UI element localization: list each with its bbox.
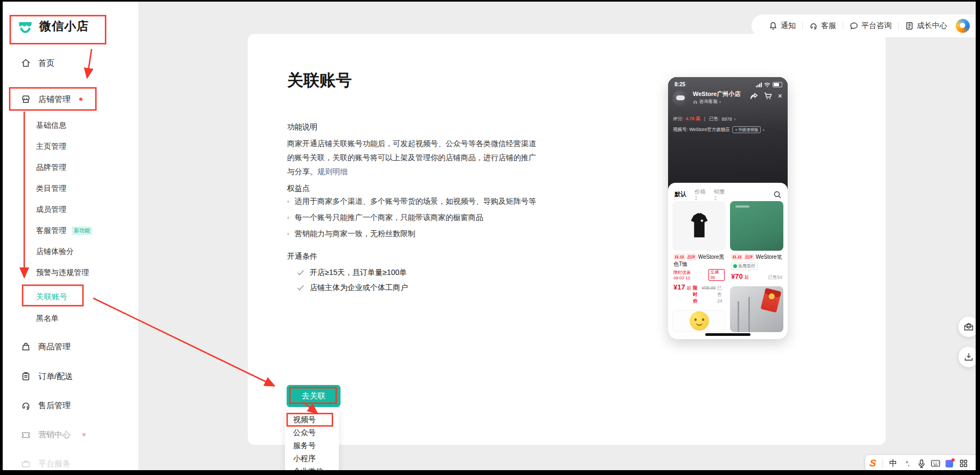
sidebar-item-category-mgmt[interactable]: 类目管理 [36, 182, 66, 195]
customer-service-button[interactable]: 客服 [803, 21, 843, 31]
sidebar-item-home[interactable]: 首页 [21, 56, 54, 71]
chevron-down-icon[interactable] [62, 432, 68, 437]
home-icon [21, 58, 31, 68]
toolbox-grid-icon[interactable] [956, 457, 970, 471]
share-icon[interactable] [750, 93, 758, 100]
link-account-dropdown: 视频号 公众号 服务号 小程序 企业微信 [285, 410, 339, 470]
sidebar-item-experience-score[interactable]: 店铺体验分 [36, 245, 74, 258]
phone-status-bar: 8:25 [675, 81, 782, 87]
sidebar-item-basic-info[interactable]: 基础信息 [36, 119, 66, 132]
tab-sales[interactable]: 销量 [714, 188, 725, 201]
sidebar-item-orders-delivery[interactable]: 订单/配送 [21, 369, 73, 384]
price-row: ¥17起 限时价 ¥98.00 已售24 [673, 283, 725, 305]
tab-default[interactable]: 默认 [675, 190, 686, 198]
bell-icon [769, 22, 777, 30]
sogou-logo-icon[interactable] [954, 17, 971, 35]
benefit-item: 每一个账号只能推广一个商家，只能带该商家的橱窗商品 [287, 213, 483, 223]
bag-icon [21, 342, 31, 352]
growth-center-button[interactable]: 成长中心 [899, 21, 954, 31]
flash-sale-row: 限时优惠 08:02:12 立减36 [673, 269, 725, 281]
notification-dot [82, 433, 86, 436]
wechat-pay-icon [733, 264, 737, 268]
section-title-conditions: 开通条件 [287, 252, 317, 261]
close-icon[interactable]: × [778, 92, 782, 100]
product-sheet: 默认 价格 销量 11.11品牌WeStore黑色T恤 [668, 183, 788, 339]
rules-detail-link[interactable]: 规则明细 [317, 167, 347, 176]
promo-badge: 11.11 [731, 253, 743, 260]
platform-consult-button[interactable]: 平台咨询 [843, 21, 898, 31]
sidebar-item-blacklist[interactable]: 黑名单 [36, 312, 59, 325]
notification-dot [79, 98, 82, 101]
section-title-features: 功能说明 [287, 122, 317, 132]
rating-value: 4.76 高 [685, 116, 700, 122]
product-title: 11.11品牌WeStore笔记本 [731, 253, 782, 260]
product-image-suitcase[interactable] [730, 286, 783, 332]
menu-item-official-account[interactable]: 公众号 [285, 426, 339, 439]
tab-price[interactable]: 价格 [694, 188, 706, 201]
store-avatar [672, 90, 689, 106]
benefit-item: 营销能力与商家一致，无粉丝数限制 [287, 229, 415, 239]
check-icon [297, 285, 304, 291]
keyboard-icon[interactable] [928, 457, 942, 471]
divider [882, 459, 883, 468]
product-image-tshirt [672, 201, 726, 251]
menu-item-wecom[interactable]: 企业微信 [285, 465, 339, 470]
chevron-up-icon[interactable] [59, 97, 65, 101]
download-button[interactable] [958, 347, 976, 367]
chevron-down-icon[interactable] [47, 403, 53, 408]
sidebar-item-homepage-mgmt[interactable]: 主页管理 [36, 140, 66, 153]
clock: 8:25 [675, 81, 685, 87]
shop-icon [21, 94, 31, 104]
sold-value: 8978 [721, 116, 732, 122]
chevron-down-icon[interactable] [47, 345, 53, 349]
clipboard-icon [21, 371, 31, 381]
search-icon[interactable] [774, 191, 781, 198]
contact-service-link[interactable]: 咨询客服› [693, 99, 721, 105]
sidebar-item-marketing-center[interactable]: 营销中心 [21, 427, 86, 442]
product-card-notebook[interactable]: 11.11品牌WeStore笔记本 先用后付 ¥70起 已售54 [730, 201, 783, 282]
condition-item: 店铺主体为企业或个体工商户 [297, 283, 408, 293]
microphone-icon[interactable] [914, 457, 928, 471]
go-link-button[interactable]: 去关联 [287, 385, 340, 407]
chevron-down-icon[interactable] [49, 374, 55, 378]
sidebar-item-brand-mgmt[interactable]: 品牌管理 [36, 161, 66, 174]
ime-punctuation-toggle[interactable]: °, [900, 457, 914, 471]
sidebar-item-goods-mgmt[interactable]: 商品管理 [21, 339, 71, 354]
sidebar-item-member-mgmt[interactable]: 成员管理 [36, 203, 66, 216]
product-card-tshirt[interactable]: 11.11品牌WeStore黑色T恤 限时优惠 08:02:12 立减36 ¥1… [672, 201, 726, 306]
sidebar-item-violation-mgmt[interactable]: 预警与违规管理 [36, 266, 89, 279]
notifications-button[interactable]: 通知 [762, 21, 802, 31]
signal-icon [756, 82, 762, 87]
product-image-emoji-tee[interactable] [672, 310, 726, 332]
sogou-ime-icon[interactable]: S [869, 458, 877, 469]
sidebar-item-service-mgmt[interactable]: 客服管理 新功能 [36, 224, 92, 237]
sidebar-item-shop-mgmt[interactable]: 店铺管理 [21, 91, 82, 107]
sidebar-item-platform-services[interactable]: 平台服务 [21, 456, 71, 470]
headset-icon [21, 401, 31, 410]
promo-badge: 11.11 [673, 253, 685, 260]
upgrade-tag[interactable]: ＋升级连锁版 [732, 126, 761, 133]
document-icon [905, 22, 914, 30]
skin-icon[interactable] [942, 457, 956, 471]
sidebar-item-linked-accounts[interactable]: 关联账号 [36, 289, 67, 304]
chat-bubble-icon [850, 22, 858, 30]
new-feature-badge: 新功能 [72, 226, 92, 235]
home-indicator [705, 333, 750, 336]
store-logo-icon [17, 18, 34, 35]
bullet-icon [287, 201, 289, 203]
menu-item-channels-video[interactable]: 视频号 [285, 413, 339, 426]
ime-language-toggle[interactable]: 中 [886, 457, 900, 471]
feedback-mail-button[interactable] [958, 316, 976, 337]
chevron-down-icon[interactable] [47, 462, 53, 466]
product-title: 11.11品牌WeStore黑色T恤 [673, 253, 725, 267]
page-title: 关联账号 [287, 70, 352, 92]
cart-icon[interactable] [764, 92, 772, 100]
brand-badge: 品牌 [744, 253, 754, 260]
discount-chip: 立减36 [708, 269, 725, 281]
phone-preview: 8:25 WeStore广州小店 咨询客服› × 评分: 4.76 高 ｜ [668, 77, 788, 339]
sidebar-item-aftersale-mgmt[interactable]: 售后管理 [21, 398, 71, 413]
menu-item-mini-program[interactable]: 小程序 [285, 452, 339, 465]
red-envelope [761, 288, 782, 313]
menu-item-service-account[interactable]: 服务号 [285, 439, 339, 452]
app-logo: 微信小店 [17, 18, 89, 35]
